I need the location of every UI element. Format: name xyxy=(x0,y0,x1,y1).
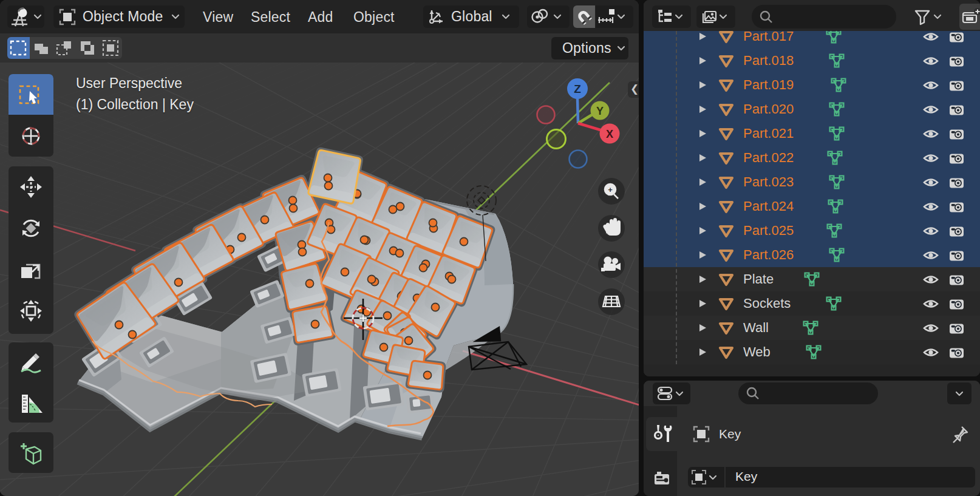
svg-text:Y: Y xyxy=(596,105,604,117)
svg-text:X: X xyxy=(606,128,613,140)
svg-text:Z: Z xyxy=(574,83,581,95)
svg-text:+: + xyxy=(608,185,613,194)
